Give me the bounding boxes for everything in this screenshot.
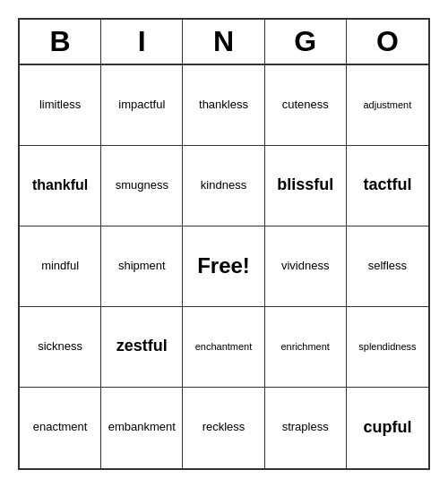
cell-text: enrichment (280, 340, 329, 353)
bingo-cell: selfless (347, 226, 428, 307)
bingo-cell: sickness (20, 307, 101, 388)
bingo-cell: mindful (20, 226, 101, 307)
cell-text: adjustment (363, 98, 411, 111)
bingo-cell: smugness (101, 146, 183, 226)
cell-text: cuteness (282, 98, 329, 113)
header-letter: N (183, 20, 264, 64)
cell-text: Free! (197, 252, 250, 279)
bingo-cell: kindness (183, 146, 264, 226)
bingo-cell: thankful (20, 146, 101, 226)
bingo-cell: cupful (347, 388, 428, 468)
cell-text: blissful (277, 175, 333, 195)
cell-text: thankless (199, 98, 248, 113)
bingo-cell: splendidness (347, 307, 428, 388)
cell-text: tactful (363, 175, 411, 195)
bingo-cell: reckless (183, 388, 264, 468)
header-letter: B (20, 20, 101, 64)
cell-text: strapless (282, 420, 329, 435)
cell-text: enchantment (195, 340, 253, 353)
bingo-cell: zestful (101, 307, 183, 388)
bingo-cell: thankless (183, 65, 264, 146)
cell-text: embankment (108, 420, 176, 435)
bingo-cell: enchantment (183, 307, 264, 388)
cell-text: zestful (116, 336, 168, 356)
bingo-cell: strapless (265, 388, 347, 468)
bingo-cell: enactment (20, 388, 101, 468)
bingo-cell: embankment (101, 388, 183, 468)
cell-text: thankful (32, 176, 88, 195)
bingo-cell: shipment (101, 226, 183, 307)
cell-text: limitless (39, 98, 81, 113)
header-letter: I (101, 20, 183, 64)
bingo-cell: enrichment (265, 307, 347, 388)
bingo-cell: blissful (265, 146, 347, 226)
bingo-cell: adjustment (347, 65, 428, 146)
bingo-grid: limitlessimpactfulthanklesscutenessadjus… (20, 65, 428, 468)
bingo-cell: vividness (265, 226, 347, 307)
bingo-cell: impactful (101, 65, 183, 146)
cell-text: mindful (41, 259, 79, 274)
bingo-cell: tactful (347, 146, 428, 226)
header-letter: G (265, 20, 347, 64)
bingo-cell: limitless (20, 65, 101, 146)
cell-text: selfless (368, 259, 407, 274)
cell-text: shipment (118, 259, 166, 274)
cell-text: splendidness (358, 340, 416, 353)
cell-text: vividness (281, 259, 329, 274)
cell-text: cupful (363, 417, 411, 438)
header-letter: O (347, 20, 428, 64)
bingo-card: BINGO limitlessimpactfulthanklesscutenes… (18, 18, 430, 470)
cell-text: kindness (201, 178, 246, 193)
bingo-cell: Free! (183, 226, 264, 307)
bingo-header: BINGO (20, 20, 428, 65)
cell-text: enactment (33, 420, 88, 435)
cell-text: impactful (118, 98, 165, 113)
cell-text: sickness (38, 339, 82, 355)
bingo-cell: cuteness (265, 65, 347, 146)
cell-text: smugness (116, 178, 168, 193)
cell-text: reckless (202, 420, 246, 435)
